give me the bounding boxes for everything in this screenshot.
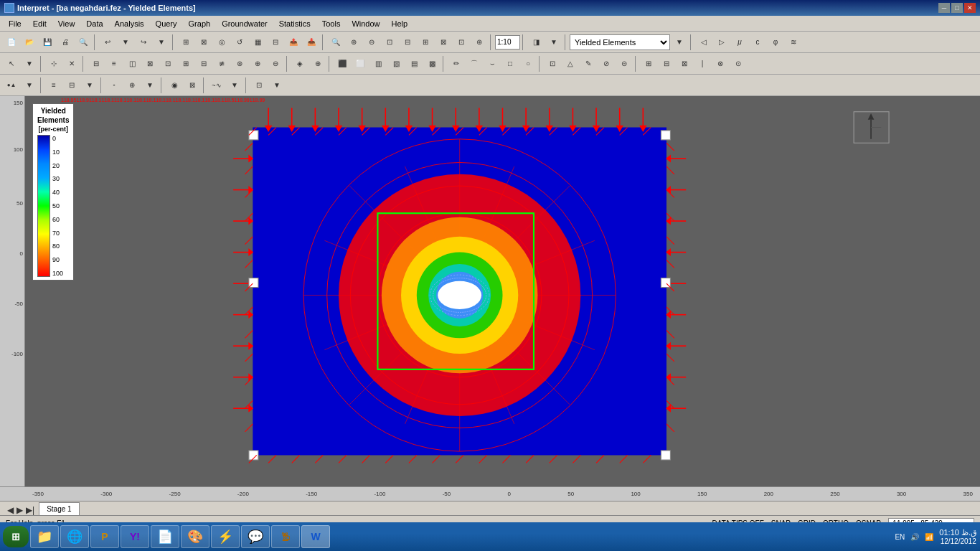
r3-6-btn[interactable]: ◉ — [166, 77, 183, 93]
mesh9-btn[interactable]: ⊛ — [231, 56, 248, 72]
mesh1-btn[interactable]: ⊟ — [88, 56, 105, 72]
taskbar-word-app[interactable]: W — [301, 525, 330, 548]
r3-2-btn[interactable]: ≡ — [45, 77, 62, 93]
zoom-full-button[interactable]: ⊡ — [381, 34, 398, 50]
taskbar-chat-app[interactable]: 💬 — [241, 525, 270, 548]
close-button[interactable]: ✕ — [964, 3, 976, 13]
zoom-in-button[interactable]: ⊕ — [345, 34, 362, 50]
menu-file[interactable]: File — [3, 17, 27, 31]
mesh2-btn[interactable]: ≡ — [105, 56, 123, 72]
r3-drop2[interactable]: ▼ — [81, 77, 98, 93]
r3-3-btn[interactable]: ⊟ — [63, 77, 80, 93]
new-button[interactable]: 📄 — [3, 34, 20, 50]
mesh10-btn[interactable]: ⊕ — [249, 56, 266, 72]
grid-button[interactable]: ▦ — [249, 34, 266, 50]
result-type-dropdown[interactable]: Yielded Elements — [570, 34, 670, 50]
mesh7-btn[interactable]: ⊟ — [195, 56, 212, 72]
menu-statistics[interactable]: Statistics — [273, 17, 316, 31]
view1-drop[interactable]: ▼ — [545, 34, 562, 50]
r3-drop4[interactable]: ▼ — [226, 77, 243, 93]
zoom-nav2-button[interactable]: ⊞ — [417, 34, 434, 50]
r3-7-btn[interactable]: ⊠ — [184, 77, 201, 93]
cursor-btn[interactable]: ⊹ — [45, 56, 62, 72]
zoom-nav3-button[interactable]: ⊠ — [435, 34, 452, 50]
zoom-nav5-button[interactable]: ⊛ — [471, 34, 488, 50]
menu-help[interactable]: Help — [386, 17, 414, 31]
taskbar-media-app[interactable]: ⚡ — [211, 525, 240, 548]
snap9-btn[interactable]: | — [694, 56, 711, 72]
r3-drop1[interactable]: ▼ — [21, 77, 38, 93]
draw4-btn[interactable]: □ — [501, 56, 519, 72]
taskbar-archive-app[interactable]: 🗜 — [271, 525, 300, 548]
mat1-btn[interactable]: ⬛ — [334, 56, 351, 72]
taskbar-doc-app[interactable]: 📄 — [151, 525, 179, 548]
draw2-btn[interactable]: ⌒ — [466, 56, 483, 72]
r3-9-btn[interactable]: ⊡ — [250, 77, 268, 93]
zoom-nav1-button[interactable]: ⊟ — [399, 34, 416, 50]
menu-window[interactable]: Window — [346, 17, 385, 31]
save-button[interactable]: 💾 — [39, 34, 56, 50]
undo-button[interactable]: ↩ — [99, 34, 116, 50]
r3-4-btn[interactable]: ◦ — [105, 77, 123, 93]
mesh6-btn[interactable]: ⊞ — [177, 56, 194, 72]
zoom-realtime-button[interactable]: 🔍 — [327, 34, 344, 50]
export-button[interactable]: 📤 — [285, 34, 302, 50]
draw3-btn[interactable]: ⌣ — [484, 56, 501, 72]
taskbar-browser-app[interactable]: 🌐 — [60, 525, 89, 548]
menu-analysis[interactable]: Analysis — [109, 17, 150, 31]
view1-button[interactable]: ◨ — [527, 34, 545, 50]
print-preview-button[interactable]: 🔍 — [75, 34, 92, 50]
undo-drop-button[interactable]: ▼ — [117, 34, 134, 50]
mat5-btn[interactable]: ▤ — [405, 56, 423, 72]
wavy-line[interactable]: ≋ — [785, 34, 802, 50]
volume-icon[interactable]: 🔊 — [910, 533, 919, 541]
r3-drop3[interactable]: ▼ — [141, 77, 159, 93]
mat3-btn[interactable]: ▥ — [369, 56, 387, 72]
tab-prev-button[interactable]: ◀ — [6, 505, 15, 515]
result-nav1[interactable]: ◁ — [695, 34, 712, 50]
network-icon[interactable]: 📶 — [925, 533, 933, 541]
tab-next-button[interactable]: ▶ — [15, 505, 24, 515]
maximize-button[interactable]: □ — [951, 3, 963, 13]
taskbar-paint-app[interactable]: 🎨 — [181, 525, 209, 548]
snap4-btn[interactable]: ⊘ — [598, 56, 615, 72]
redo-drop-button[interactable]: ▼ — [153, 34, 170, 50]
menu-graph[interactable]: Graph — [183, 17, 217, 31]
mat6-btn[interactable]: ▩ — [423, 56, 440, 72]
snap6-btn[interactable]: ⊞ — [640, 56, 657, 72]
snap2-btn[interactable]: △ — [562, 56, 579, 72]
mesh5-btn[interactable]: ⊡ — [159, 56, 176, 72]
select-drop[interactable]: ▼ — [21, 56, 38, 72]
print-button[interactable]: 🖨 — [57, 34, 74, 50]
cursor-x-btn[interactable]: ✕ — [63, 56, 80, 72]
stage1-tab[interactable]: Stage 1 — [39, 502, 79, 515]
snap11-btn[interactable]: ⊙ — [730, 56, 747, 72]
start-button[interactable]: ⊞ — [3, 526, 29, 547]
menu-data[interactable]: Data — [80, 17, 108, 31]
mat4-btn[interactable]: ▧ — [387, 56, 405, 72]
zoom-window-button[interactable]: ⊞ — [177, 34, 194, 50]
minimize-button[interactable]: ─ — [938, 3, 950, 13]
snap3-btn[interactable]: ✎ — [580, 56, 597, 72]
snap5-btn[interactable]: ⊝ — [616, 56, 633, 72]
draw1-btn[interactable]: ✏ — [448, 56, 465, 72]
layer-button[interactable]: ⊟ — [267, 34, 284, 50]
menu-groundwater[interactable]: Groundwater — [216, 17, 273, 31]
mesh3-btn[interactable]: ◫ — [123, 56, 141, 72]
result-nav2[interactable]: ▷ — [713, 34, 730, 50]
r3-8-btn[interactable]: ~∿ — [208, 77, 225, 93]
menu-view[interactable]: View — [52, 17, 81, 31]
select-button[interactable]: ↖ — [3, 56, 20, 72]
zoom-circle-button[interactable]: ◎ — [213, 34, 230, 50]
result-drop-button[interactable]: ▼ — [671, 34, 688, 50]
snap10-btn[interactable]: ⊗ — [712, 56, 729, 72]
node1-btn[interactable]: ◈ — [291, 56, 308, 72]
snap1-btn[interactable]: ⊡ — [544, 56, 561, 72]
node2-btn[interactable]: ⊕ — [309, 56, 326, 72]
snap8-btn[interactable]: ⊠ — [676, 56, 693, 72]
menu-edit[interactable]: Edit — [27, 17, 52, 31]
greek-mu[interactable]: μ — [731, 34, 748, 50]
tab-last-button[interactable]: ▶| — [24, 505, 36, 515]
zoom-out-button[interactable]: ⊖ — [363, 34, 380, 50]
menu-query[interactable]: Query — [150, 17, 183, 31]
